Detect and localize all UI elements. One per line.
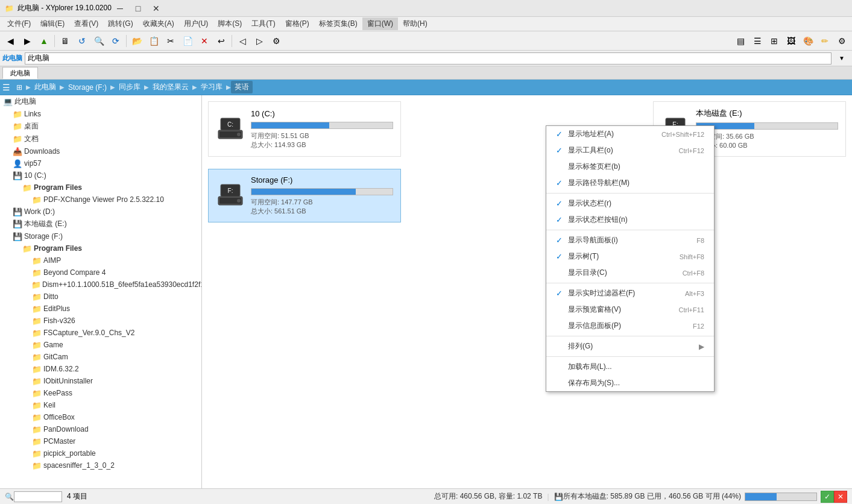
tree-item-pandownload[interactable]: 📁 PanDownload [0, 423, 201, 435]
tree-item-aimp[interactable]: 📁 AIMP [0, 254, 201, 266]
bc-nutcloud[interactable]: 我的坚果云 [149, 81, 192, 93]
tree-item-desktop[interactable]: 📁 桌面 [0, 120, 201, 133]
paste-button[interactable]: 📄 [180, 33, 195, 49]
menu-view[interactable]: 查看(V) [69, 17, 103, 30]
nav-right[interactable]: ▷ [251, 33, 267, 49]
delete-button[interactable]: ✕ [197, 33, 212, 49]
cm-show-statusbtns[interactable]: ✓ 显示状态栏按钮(n) [546, 212, 714, 228]
tree-item-vip57[interactable]: 👤 vip57 [0, 157, 201, 169]
menu-file[interactable]: 文件(F) [2, 17, 36, 30]
view-tiles[interactable]: ⊞ [766, 33, 782, 49]
bc-study[interactable]: 学习库 [197, 81, 226, 93]
tree-item-ditto[interactable]: 📁 Ditto [0, 291, 201, 303]
cm-show-statusbar[interactable]: ✓ 显示状态栏(r) [546, 195, 714, 212]
disk-card-f[interactable]: F: Storage (F:) 可用空间: 147.77 GB 总大小: 561… [208, 169, 401, 222]
tree-item-fish[interactable]: 📁 Fish-v326 [0, 315, 201, 327]
tree-item-links[interactable]: 📁 Links [0, 108, 201, 120]
tree-item-iobit[interactable]: 📁 IObitUninstaller [0, 375, 201, 387]
menu-help[interactable]: 帮助(H) [398, 17, 432, 30]
menu-window[interactable]: 窗口(W) [362, 17, 398, 30]
context-menu: ✓ 显示地址栏(A) Ctrl+Shift+F12 ✓ 显示工具栏(o) Ctr… [546, 125, 715, 392]
tree-item-programfiles-f[interactable]: 📁 Program Files [0, 242, 201, 254]
cut-button[interactable]: ✂ [163, 33, 178, 49]
minimize-button[interactable]: ─ [112, 2, 128, 14]
up-button[interactable]: ▲ [36, 33, 52, 49]
cm-load-layout[interactable]: 加载布局(L)... [546, 359, 714, 375]
cm-show-addressbar[interactable]: ✓ 显示地址栏(A) Ctrl+Shift+F12 [546, 126, 714, 142]
cm-show-tabbar[interactable]: 显示标签页栏(b) [546, 159, 714, 175]
tree-item-idm[interactable]: 📁 IDM.6.32.2 [0, 363, 201, 375]
disk-card-c[interactable]: C: 10 (C:) 可用空间: 51.51 GB 总大小: 114.93 GB [208, 101, 401, 157]
tree-item-d[interactable]: 💾 Work (D:) [0, 206, 201, 218]
menu-pane[interactable]: 窗格(P) [280, 17, 314, 30]
tree-item-computer[interactable]: 💻 此电脑 [0, 95, 201, 108]
menu-tools[interactable]: 工具(T) [247, 17, 280, 30]
cm-show-infopanel[interactable]: 显示信息面板(P) F12 [546, 318, 714, 334]
maximize-button[interactable]: □ [130, 2, 147, 14]
toolbar-extra[interactable]: ⚙ [268, 33, 284, 49]
view-list[interactable]: ▤ [733, 33, 748, 49]
undo-button[interactable]: ↩ [213, 33, 229, 49]
menu-favorites[interactable]: 收藏夹(A) [138, 17, 179, 30]
back-button[interactable]: ◀ [2, 33, 18, 49]
bc-sync[interactable]: 同步库 [115, 81, 144, 93]
search-input-status[interactable] [14, 491, 62, 502]
settings-button[interactable]: ⚙ [834, 33, 850, 49]
browse-button[interactable]: 📂 [129, 33, 145, 49]
copy-button[interactable]: 📋 [146, 33, 162, 49]
tree-item-pcmaster[interactable]: 📁 PCMaster [0, 435, 201, 447]
tab-1[interactable]: 此电脑 [2, 67, 38, 79]
tree-item-keil[interactable]: 📁 Keil [0, 399, 201, 411]
view-details[interactable]: ☰ [749, 33, 765, 49]
tree-item-editplus[interactable]: 📁 EditPlus [0, 303, 201, 315]
cm-show-catalog[interactable]: 显示目录(C) Ctrl+F8 [546, 265, 714, 281]
sync-button[interactable]: ⟳ [108, 33, 124, 49]
search-button[interactable]: 🔍 [91, 33, 107, 49]
tree-item-game[interactable]: 📁 Game [0, 339, 201, 351]
bc-this-computer[interactable]: 此电脑 [31, 81, 60, 93]
tree-item-picpick[interactable]: 📁 picpick_portable [0, 447, 201, 459]
tree-item-e[interactable]: 💾 本地磁盘 (E:) [0, 218, 201, 230]
cm-show-toolbar[interactable]: ✓ 显示工具栏(o) Ctrl+F12 [546, 142, 714, 159]
cm-save-layout[interactable]: 保存布局为(S)... [546, 375, 714, 391]
cm-show-breadcrumb[interactable]: ✓ 显示路径导航栏(M) [546, 175, 714, 191]
cm-show-preview[interactable]: 显示预览窗格(V) Ctrl+F11 [546, 301, 714, 318]
tree-item-pdfxchange[interactable]: 📁 PDF-XChange Viewer Pro 2.5.322.10 [0, 194, 201, 206]
status-cancel-button[interactable]: ✕ [834, 491, 847, 503]
status-ok-button[interactable]: ✓ [821, 491, 834, 503]
cm-show-tree[interactable]: ✓ 显示树(T) Shift+F8 [546, 248, 714, 265]
tree-item-keepass[interactable]: 📁 KeePass [0, 387, 201, 399]
tree-item-downloads[interactable]: 📥 Downloads [0, 145, 201, 157]
menu-edit[interactable]: 编辑(E) [36, 17, 69, 30]
address-input[interactable] [25, 52, 831, 65]
bc-english[interactable]: 英语 [231, 81, 253, 93]
tree-item-beyondcompare[interactable]: 📁 Beyond Compare 4 [0, 266, 201, 279]
menu-goto[interactable]: 跳转(G) [103, 17, 137, 30]
view-icons[interactable]: 🖼 [783, 33, 799, 49]
tree-item-fscapture[interactable]: 📁 FSCapture_Ver.9.0_Chs_V2 [0, 327, 201, 339]
cm-show-livefilter[interactable]: ✓ 显示实时过滤器栏(F) Alt+F3 [546, 285, 714, 301]
tree-item-f[interactable]: 💾 Storage (F:) [0, 230, 201, 242]
addr-arrow[interactable]: ▼ [834, 51, 850, 66]
bc-computer[interactable]: ⊞ [13, 82, 26, 93]
refresh-button[interactable]: ↺ [74, 33, 90, 49]
close-button[interactable]: ✕ [148, 2, 165, 14]
tree-item-officebox[interactable]: 📁 OfficeBox [0, 411, 201, 423]
menu-user[interactable]: 用户(U) [179, 17, 213, 30]
tree-item-c[interactable]: 💾 10 (C:) [0, 169, 201, 181]
bc-storage[interactable]: Storage (F:) [65, 82, 110, 93]
tree-item-gitcam[interactable]: 📁 GitCam [0, 351, 201, 363]
toolbar-paint[interactable]: 🎨 [800, 33, 816, 49]
menu-script[interactable]: 脚本(S) [213, 17, 247, 30]
tree-item-spacesniffer[interactable]: 📁 spacesniffer_1_3_0_2 [0, 459, 201, 471]
menu-tabset[interactable]: 标签页集(B) [314, 17, 362, 30]
tree-item-documents[interactable]: 📁 文档 [0, 133, 201, 145]
cm-show-navpanel[interactable]: ✓ 显示导航面板(i) F8 [546, 232, 714, 248]
cm-sort[interactable]: 排列(G) ▶ [546, 338, 714, 354]
nav-left[interactable]: ◁ [235, 33, 250, 49]
toolbar-highlight[interactable]: ✏ [817, 33, 833, 49]
computer-button[interactable]: 🖥 [57, 33, 73, 49]
forward-button[interactable]: ▶ [19, 33, 35, 49]
tree-item-programfiles-c[interactable]: 📁 Program Files [0, 181, 201, 194]
tree-item-dism[interactable]: 📁 Dism++10.1.1000.51B_6feef5fa1ea53930ec… [0, 279, 201, 291]
